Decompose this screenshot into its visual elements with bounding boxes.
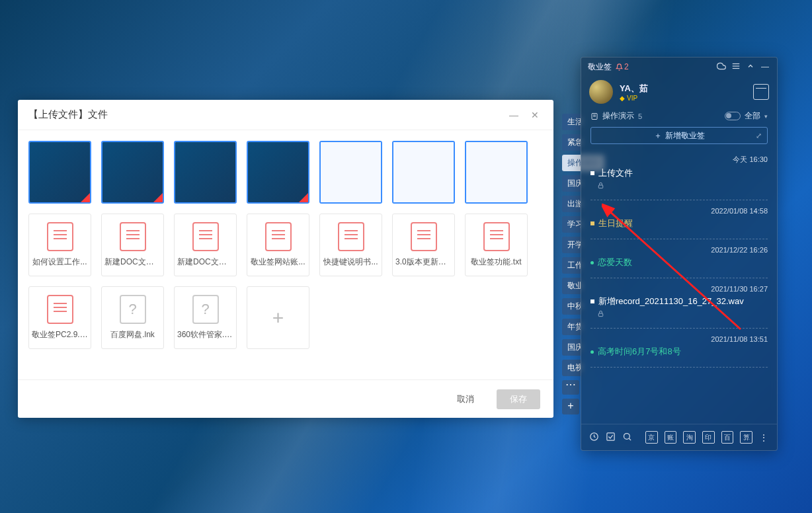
category-tab[interactable]: 工作: [562, 257, 582, 274]
file-thumbnail[interactable]: ?360软件管家.lnk: [174, 286, 237, 349]
vip-badge: VIP: [620, 95, 648, 102]
user-row: YA、茹 VIP: [581, 76, 777, 108]
file-name: 3.0版本更新会...: [395, 256, 452, 268]
checkbox-icon[interactable]: [606, 432, 616, 444]
file-thumbnail[interactable]: 如何设置工作...: [28, 214, 91, 276]
menu-icon[interactable]: [731, 61, 741, 73]
category-tab[interactable]: 中秋: [562, 298, 582, 315]
category-more-button[interactable]: ⋯: [562, 380, 579, 395]
category-add-button[interactable]: +: [562, 399, 579, 414]
more-icon[interactable]: ⋮: [759, 432, 769, 443]
file-name: 快捷键说明书...: [323, 256, 378, 268]
image-thumbnail[interactable]: [392, 141, 455, 204]
section-header: 操作演示 5 全部 ▾: [581, 108, 777, 127]
avatar[interactable]: [589, 80, 613, 104]
note-item[interactable]: 2021/11/30 16:27 新增record_20211130_16_27…: [590, 278, 768, 329]
image-thumbnail[interactable]: [174, 141, 237, 204]
calendar-icon[interactable]: [753, 84, 769, 100]
note-timestamp: 2021/11/30 16:27: [590, 285, 768, 293]
note-item[interactable]: 2022/01/08 14:58 生日提醒: [590, 200, 768, 239]
document-icon: [192, 222, 219, 251]
document-icon: [265, 222, 292, 251]
add-note-input[interactable]: ＋ 新增敬业签 ⤢: [590, 127, 768, 144]
lock-icon: [590, 182, 768, 190]
upload-dialog: 【上传文件】文件 — ✕ 如何设置工作... 新建DOC文档(... 新建DOC…: [18, 100, 553, 418]
cloud-sync-icon[interactable]: [716, 61, 727, 73]
cancel-button[interactable]: 取消: [444, 389, 487, 409]
category-tab[interactable]: 紧急: [562, 134, 582, 151]
image-thumbnail[interactable]: [101, 141, 164, 204]
chevron-down-icon: ▾: [764, 113, 768, 120]
shortcut-icon[interactable]: 印: [702, 431, 715, 444]
collapse-up-icon[interactable]: [745, 62, 756, 72]
dialog-title: 【上传文件】文件: [28, 108, 503, 121]
save-button[interactable]: 保存: [497, 389, 540, 409]
document-icon: [47, 295, 73, 324]
expand-icon[interactable]: ⤢: [756, 132, 762, 140]
document-icon: [411, 222, 437, 251]
unknown-file-icon: ?: [120, 295, 146, 324]
file-thumbnail[interactable]: 敬业签功能.txt: [465, 214, 528, 276]
file-name: 敬业签PC2.9.0...: [32, 329, 88, 340]
minimize-button[interactable]: —: [503, 104, 524, 126]
image-thumbnail[interactable]: [465, 141, 528, 204]
document-icon: [483, 222, 510, 251]
note-title: 恋爱天数: [590, 256, 768, 268]
category-tab[interactable]: 出游: [562, 196, 582, 212]
app-name: 敬业签: [588, 61, 612, 73]
file-thumbnail[interactable]: 新建DOC文档(...: [174, 214, 237, 276]
category-tab[interactable]: 电视: [562, 360, 582, 376]
file-name: 敬业签功能.txt: [471, 256, 521, 268]
file-name: 敬业签网站账...: [251, 256, 305, 268]
close-button[interactable]: ✕: [524, 104, 546, 126]
file-thumbnail[interactable]: ?百度网盘.lnk: [101, 286, 164, 349]
file-thumbnail[interactable]: 新建DOC文档(...: [101, 214, 164, 276]
unknown-file-icon: ?: [192, 295, 219, 324]
file-thumbnail[interactable]: 敬业签网站账...: [247, 214, 309, 276]
category-tab[interactable]: 敬业: [562, 278, 582, 294]
document-icon: [120, 222, 146, 251]
filter-dropdown[interactable]: 全部: [745, 110, 760, 122]
shortcut-icon[interactable]: 算: [740, 431, 752, 444]
note-item[interactable]: 2021/11/08 13:51 高考时间6月7号和8号: [590, 329, 768, 368]
shortcut-icon[interactable]: 账: [665, 431, 677, 444]
svg-rect-7: [598, 313, 602, 317]
file-thumbnail[interactable]: 3.0版本更新会...: [392, 214, 455, 276]
image-thumbnail[interactable]: [28, 141, 91, 204]
plus-icon: +: [272, 307, 284, 329]
category-tab[interactable]: 国庆: [562, 175, 582, 192]
category-tab[interactable]: 开学: [562, 237, 582, 253]
add-file-button[interactable]: +: [247, 286, 309, 349]
shortcut-icon[interactable]: 淘: [683, 431, 696, 444]
file-name: 新建DOC文档(...: [104, 256, 161, 268]
note-timestamp: 今天 16:30: [590, 155, 768, 165]
note-title: 上传文件: [590, 167, 768, 179]
image-thumbnail[interactable]: [319, 141, 382, 204]
sticky-notes-panel: 敬业签 2 — YA、茹 VIP 操作演示 5 全部 ▾ ＋: [581, 57, 778, 451]
svg-point-10: [624, 433, 630, 439]
note-timestamp: 2022/01/08 14:58: [590, 207, 768, 215]
note-title: 生日提醒: [590, 217, 768, 229]
category-tab[interactable]: 年货: [562, 319, 582, 335]
dialog-footer: 取消 保存: [18, 379, 553, 418]
file-name: 百度网盘.lnk: [110, 329, 155, 340]
panel-footer: 京 账 淘 印 百 算 ⋮: [581, 424, 777, 450]
toggle-switch[interactable]: [725, 112, 741, 120]
category-tab[interactable]: 学习: [562, 216, 582, 233]
note-item[interactable]: 今天 16:30 上传文件: [590, 148, 768, 200]
file-thumbnail[interactable]: 敬业签PC2.9.0...: [28, 286, 91, 349]
clock-icon[interactable]: [589, 432, 599, 444]
file-name: 360软件管家.lnk: [177, 329, 233, 340]
file-thumbnail[interactable]: 快捷键说明书...: [319, 214, 382, 276]
category-tab[interactable]: 生活: [562, 114, 582, 130]
image-thumbnail[interactable]: [247, 141, 309, 204]
bell-icon[interactable]: 2: [616, 62, 629, 71]
shortcut-icon[interactable]: 京: [645, 431, 658, 444]
search-icon[interactable]: [622, 432, 632, 444]
shortcut-icon[interactable]: 百: [721, 431, 734, 444]
category-tab[interactable]: 国庆: [562, 339, 582, 356]
minimize-icon[interactable]: —: [760, 62, 770, 71]
note-item[interactable]: 2021/12/22 16:26 恋爱天数: [590, 239, 768, 278]
notes-icon: [590, 112, 598, 120]
section-title: 操作演示: [602, 110, 634, 122]
